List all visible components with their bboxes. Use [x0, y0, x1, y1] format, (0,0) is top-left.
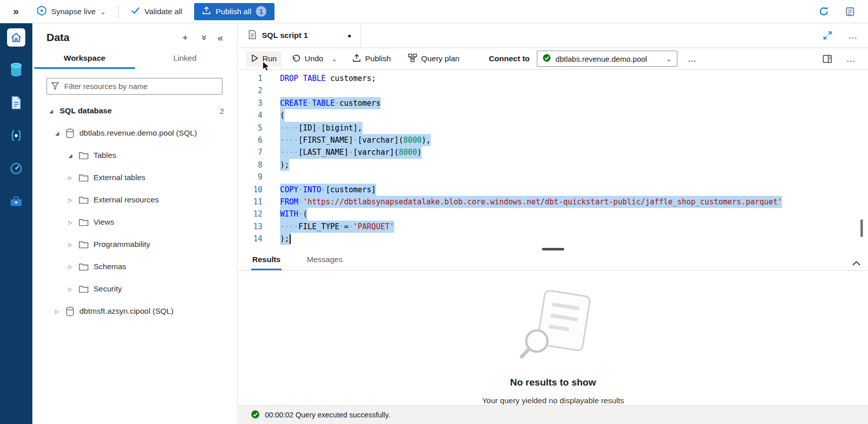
- toolbar-more-icon[interactable]: …: [846, 54, 856, 64]
- tab-sql-script-1[interactable]: SQL script 1 ●: [238, 23, 361, 48]
- code-editor[interactable]: 1DROP TABLE customers;23CREATE·TABLE·cus…: [238, 70, 868, 248]
- nav-integrate[interactable]: [6, 127, 26, 145]
- properties-icon[interactable]: [821, 54, 833, 64]
- expand-nav-icon[interactable]: »: [13, 6, 19, 17]
- chevron-collapsed-icon[interactable]: ▷: [67, 242, 74, 247]
- publish-label: Publish: [365, 54, 391, 63]
- collapse-results-icon[interactable]: [852, 260, 861, 266]
- line-number: 9: [238, 171, 262, 183]
- connect-to-label: Connect to: [489, 54, 530, 63]
- filter-box: [47, 78, 222, 95]
- pipeline-icon: [10, 129, 23, 144]
- connect-to-dropdown[interactable]: dbtlabs.revenue.demo.pool ⌄: [537, 51, 677, 67]
- code-line[interactable]: 5····[ID]·[bigint],: [238, 122, 868, 134]
- script-toolbar: Run Undo ⌄ Publish: [238, 48, 868, 70]
- workspace-switcher[interactable]: Synapse live ⌄: [37, 6, 106, 17]
- results-panel: No results to show Your query yielded no…: [238, 271, 868, 405]
- document-tabstrip: SQL script 1 ● …: [238, 23, 868, 48]
- tree-item-programmability[interactable]: ▷ Programmability: [32, 233, 237, 256]
- panel-resize-handle[interactable]: [238, 246, 868, 252]
- line-number: 7: [238, 146, 262, 158]
- nav-data[interactable]: [6, 61, 26, 79]
- query-plan-button[interactable]: Query plan: [403, 51, 465, 67]
- chevron-collapsed-icon[interactable]: ▷: [67, 175, 74, 181]
- code-line[interactable]: 2: [238, 84, 868, 97]
- code-text: WITH·(: [280, 208, 307, 220]
- line-number: 1: [238, 72, 262, 84]
- publish-button[interactable]: Publish: [347, 51, 396, 67]
- nav-home[interactable]: [6, 28, 26, 47]
- clipboard-icon[interactable]: [844, 6, 856, 18]
- code-line[interactable]: 9: [238, 171, 868, 183]
- tab-workspace-label: Workspace: [64, 54, 105, 62]
- chevron-collapsed-icon[interactable]: ▷: [67, 264, 74, 270]
- tree-item-views[interactable]: ▷ Views: [32, 211, 237, 233]
- code-line[interactable]: 8);: [238, 159, 868, 171]
- tree-item-pool-dbtmsft[interactable]: ▷ dbtmsft.azsyn.cipool (SQL): [32, 300, 237, 322]
- chevron-expanded-icon[interactable]: ◢: [54, 131, 61, 136]
- scrollbar-marker[interactable]: [860, 220, 863, 237]
- refresh-icon[interactable]: [817, 5, 830, 18]
- tree-item-sql-database[interactable]: ◢ SQL database 2: [32, 100, 237, 122]
- tab-linked[interactable]: Linked: [135, 49, 236, 69]
- tree-item-external-resources[interactable]: ▷ External resources: [32, 189, 237, 211]
- nav-manage[interactable]: [6, 193, 26, 211]
- code-text: DROP TABLE customers;: [280, 72, 376, 84]
- more-options-icon[interactable]: …: [848, 30, 858, 41]
- filter-input[interactable]: [63, 81, 218, 91]
- code-line[interactable]: 10COPY·INTO·[customers]: [238, 184, 868, 196]
- folder-icon: [79, 152, 88, 159]
- tree-item-pool-dbtlabs[interactable]: ◢ dbtlabs.revenue.demo.pool (SQL): [32, 122, 237, 144]
- code-line[interactable]: 11FROM·'https://dbtlabsynapsedatalake.bl…: [238, 196, 868, 208]
- tree-item-label: Programmability: [94, 240, 150, 249]
- chevron-collapsed-icon[interactable]: ▷: [67, 197, 74, 203]
- code-line[interactable]: 14);: [238, 233, 868, 245]
- tab-results[interactable]: Results: [251, 255, 282, 270]
- top-command-bar: » Synapse live ⌄ Validate all Publish al…: [0, 0, 868, 23]
- tab-results-label: Results: [252, 255, 281, 264]
- add-icon[interactable]: +: [182, 33, 188, 43]
- chevron-collapsed-icon[interactable]: ▷: [54, 309, 61, 314]
- tab-workspace[interactable]: Workspace: [34, 49, 135, 69]
- code-line[interactable]: 4(: [238, 109, 868, 121]
- code-line[interactable]: 6····[FIRST_NAME]·[varchar](8000),: [238, 134, 868, 146]
- publish-upload-icon: [202, 6, 211, 17]
- line-number: 2: [238, 84, 262, 97]
- line-number: 5: [238, 122, 262, 134]
- chevron-expanded-icon[interactable]: ◢: [67, 153, 74, 158]
- run-button[interactable]: Run: [246, 51, 282, 67]
- folder-icon: [79, 285, 88, 293]
- fullscreen-icon[interactable]: [822, 30, 833, 41]
- tree-item-tables[interactable]: ◢ Tables: [32, 144, 237, 166]
- collapse-panel-icon[interactable]: «: [217, 33, 223, 43]
- no-results-illustration: [238, 290, 868, 368]
- tree-item-label: dbtmsft.azsyn.cipool (SQL): [79, 307, 173, 316]
- publish-all-button[interactable]: Publish all 1: [194, 3, 275, 20]
- toolbar-overflow-icon[interactable]: …: [688, 54, 697, 64]
- code-line[interactable]: 12WITH·(: [238, 208, 868, 220]
- gauge-icon: [10, 162, 23, 177]
- chevron-collapsed-icon[interactable]: ▷: [67, 286, 74, 292]
- nav-monitor[interactable]: [6, 160, 26, 178]
- chevron-down-icon: ⌄: [332, 55, 338, 62]
- nav-develop[interactable]: [6, 94, 26, 112]
- chevron-expanded-icon[interactable]: ◢: [48, 108, 55, 114]
- tab-messages-label: Messages: [307, 255, 343, 264]
- undo-button[interactable]: Undo: [287, 51, 328, 67]
- tree-item-security[interactable]: ▷ Security: [32, 278, 237, 300]
- query-status-bar: 00:00:02 Query executed successfully.: [238, 405, 868, 424]
- tab-messages[interactable]: Messages: [306, 255, 344, 270]
- validate-all-button[interactable]: Validate all: [131, 7, 182, 16]
- tree-item-external-tables[interactable]: ▷ External tables: [32, 166, 237, 189]
- code-line[interactable]: 1DROP TABLE customers;: [238, 72, 868, 84]
- code-line[interactable]: 13····FILE_TYPE·=·'PARQUET': [238, 221, 868, 233]
- chevron-collapsed-icon[interactable]: ▷: [67, 220, 74, 225]
- folder-icon: [79, 263, 88, 271]
- undo-dropdown[interactable]: ⌄: [329, 52, 341, 65]
- query-plan-icon: [408, 54, 417, 64]
- code-line[interactable]: 7····[LAST_NAME]·[varchar](8000): [238, 146, 868, 158]
- code-line[interactable]: 3CREATE·TABLE·customers: [238, 97, 868, 109]
- tree-item-schemas[interactable]: ▷ Schemas: [32, 256, 237, 278]
- collapse-all-icon[interactable]: «: [198, 35, 208, 40]
- resource-tree: ◢ SQL database 2 ◢ dbtlabs.revenue.demo.…: [32, 100, 237, 322]
